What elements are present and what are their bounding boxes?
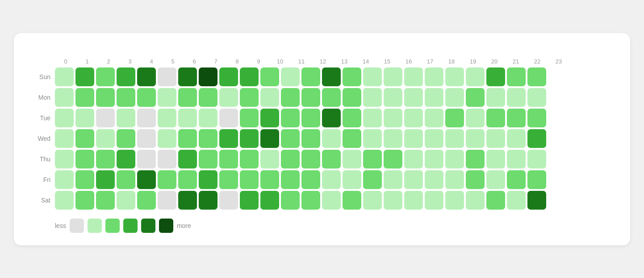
- grid-cell: [445, 67, 464, 86]
- grid-cell: [219, 191, 238, 210]
- grid-cell: [301, 109, 320, 127]
- grid-cell: [425, 109, 443, 127]
- grid-cell: [445, 170, 464, 189]
- grid-cell: [343, 191, 361, 210]
- grid-cell: [137, 191, 156, 210]
- grid-cell: [343, 129, 361, 148]
- grid-cell: [75, 170, 94, 189]
- hour-label: 13: [334, 58, 355, 65]
- grid-cell: [75, 191, 94, 210]
- grid-cell: [404, 150, 423, 168]
- grid-cell: [199, 129, 217, 148]
- grid-cell: [178, 191, 197, 210]
- grid-cell: [301, 150, 320, 168]
- hour-label: 10: [269, 58, 291, 65]
- grid-cell: [219, 67, 238, 86]
- grid-cell: [343, 170, 361, 189]
- grid-cell: [240, 88, 259, 107]
- hour-label: 20: [484, 58, 505, 65]
- grid-cell: [55, 129, 74, 148]
- grid-cell: [55, 170, 74, 189]
- grid-cell: [219, 150, 238, 168]
- grid-cell: [178, 88, 197, 107]
- grid-cell: [178, 109, 197, 127]
- legend-cell: [159, 219, 173, 233]
- grid-cell: [486, 170, 505, 189]
- grid-cell: [322, 109, 341, 127]
- grid-cell: [425, 150, 443, 168]
- grid-cell: [55, 109, 74, 127]
- grid-row: Tue: [32, 109, 612, 127]
- grid-cell: [466, 150, 485, 168]
- grid-cell: [527, 67, 546, 86]
- day-label: Sat: [32, 197, 55, 204]
- grid-cell: [322, 67, 341, 86]
- grid-cell: [260, 88, 279, 107]
- grid-cell: [445, 191, 464, 210]
- grid-cell: [507, 129, 526, 148]
- day-label: Fri: [32, 176, 55, 183]
- grid-row: Fri: [32, 170, 612, 189]
- grid-cell: [343, 150, 361, 168]
- grid-cell: [301, 170, 320, 189]
- grid-cell: [466, 170, 485, 189]
- grid-cell: [404, 109, 423, 127]
- grid-cell: [404, 191, 423, 210]
- grid-cell: [281, 191, 300, 210]
- grid-cell: [117, 88, 135, 107]
- grid-cell: [158, 129, 176, 148]
- grid-cell: [404, 129, 423, 148]
- grid-cell: [363, 109, 382, 127]
- grid-cell: [301, 191, 320, 210]
- grid-cell: [137, 109, 156, 127]
- grid-cell: [466, 109, 485, 127]
- day-label: Tue: [32, 114, 55, 122]
- grid-cell: [363, 67, 382, 86]
- grid-cell: [281, 67, 300, 86]
- grid-cell: [404, 170, 423, 189]
- grid-cell: [55, 67, 74, 86]
- grid-cell: [322, 129, 341, 148]
- grid-cell: [322, 88, 341, 107]
- hour-label: 14: [355, 58, 376, 65]
- grid-cell: [507, 170, 526, 189]
- day-label: Wed: [32, 135, 55, 142]
- grid-cell: [96, 170, 115, 189]
- hour-label: 11: [291, 58, 312, 65]
- hour-label: 4: [141, 58, 162, 65]
- grid-cell: [75, 129, 94, 148]
- grid-cell: [466, 129, 485, 148]
- grid-cell: [219, 129, 238, 148]
- grid-cell: [486, 150, 505, 168]
- hour-label: 6: [184, 58, 205, 65]
- grid-cell: [260, 109, 279, 127]
- hour-label: 16: [398, 58, 419, 65]
- grid-cell: [486, 129, 505, 148]
- grid-cell: [384, 150, 402, 168]
- cells-row: [55, 191, 546, 210]
- grid-cell: [158, 191, 176, 210]
- grid-cell: [178, 150, 197, 168]
- grid-cell: [507, 109, 526, 127]
- grid-cell: [507, 191, 526, 210]
- grid-row: Thu: [32, 150, 612, 168]
- cells-row: [55, 88, 546, 107]
- day-label: Sun: [32, 73, 55, 80]
- grid-cell: [486, 109, 505, 127]
- grid-cell: [343, 109, 361, 127]
- grid-cell: [384, 88, 402, 107]
- hour-label: 19: [462, 58, 484, 65]
- grid-cell: [404, 67, 423, 86]
- grid-cell: [384, 109, 402, 127]
- grid-row: Sun: [32, 67, 612, 86]
- grid-cell: [384, 191, 402, 210]
- grid-cell: [301, 88, 320, 107]
- hour-label: 8: [226, 58, 248, 65]
- grid-cell: [75, 67, 94, 86]
- cells-row: [55, 109, 546, 127]
- grid-cell: [260, 150, 279, 168]
- grid-cell: [137, 67, 156, 86]
- legend: lessmore: [55, 219, 612, 233]
- legend-more-label: more: [177, 222, 191, 229]
- grid-cell: [322, 191, 341, 210]
